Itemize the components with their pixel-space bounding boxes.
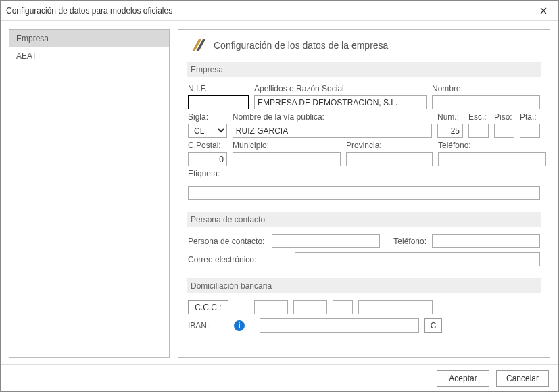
- label-provincia: Provincia:: [346, 141, 433, 150]
- accept-button[interactable]: Aceptar: [437, 370, 489, 387]
- app-logo-icon: [189, 36, 207, 54]
- label-sigla: Sigla:: [188, 112, 227, 122]
- telefono-contacto-input[interactable]: [432, 234, 540, 248]
- section-header-banco: Domiciliación bancaria: [187, 278, 541, 293]
- section-header-empresa: Empresa: [187, 62, 541, 77]
- label-pta: Pta.:: [520, 112, 540, 122]
- title-bar: Configuración de datos para modelos ofic…: [1, 1, 558, 21]
- window-title: Configuración de datos para modelos ofic…: [6, 6, 172, 16]
- ccc3-input[interactable]: [333, 300, 353, 314]
- persona-contacto-input[interactable]: [272, 234, 380, 248]
- label-etiqueta: Etiqueta:: [188, 169, 540, 178]
- cancel-button[interactable]: Cancelar: [496, 370, 549, 387]
- iban-input[interactable]: [260, 318, 419, 333]
- info-icon[interactable]: i: [234, 320, 245, 331]
- ccc2-input[interactable]: [293, 300, 327, 314]
- ccc-button[interactable]: C.C.C.:: [188, 300, 228, 314]
- ccc4-input[interactable]: [358, 300, 433, 314]
- sidebar-item-aeat[interactable]: AEAT: [9, 47, 169, 65]
- main-panel: Configuración de los datos de la empresa…: [178, 29, 550, 358]
- label-num: Núm.:: [437, 112, 463, 122]
- dialog-footer: Aceptar Cancelar: [1, 364, 558, 391]
- label-municipio: Municipio:: [233, 141, 341, 150]
- sidebar-item-empresa[interactable]: Empresa: [9, 30, 169, 47]
- sidebar: Empresa AEAT: [9, 29, 170, 358]
- nombre-input[interactable]: [432, 95, 540, 109]
- cpostal-input[interactable]: [188, 152, 227, 166]
- label-razon-social: Apellidos o Razón Social:: [254, 84, 427, 93]
- provincia-input[interactable]: [346, 152, 433, 166]
- label-iban: IBAN:: [188, 321, 228, 330]
- num-input[interactable]: [437, 124, 463, 138]
- label-nif: N.I.F.:: [188, 84, 249, 93]
- esc-input[interactable]: [468, 124, 489, 138]
- label-cpostal: C.Postal:: [188, 141, 227, 150]
- label-nombre: Nombre:: [432, 84, 540, 93]
- page-title: Configuración de los datos de la empresa: [214, 40, 388, 51]
- section-header-contacto: Persona de contacto: [187, 212, 541, 227]
- iban-calc-button[interactable]: C: [424, 318, 442, 333]
- label-via: Nombre de la vía pública:: [233, 112, 432, 122]
- close-button[interactable]: [529, 1, 558, 21]
- label-correo: Correo electrónico:: [188, 255, 289, 264]
- label-telefono-contacto: Teléfono:: [393, 237, 427, 246]
- pta-input[interactable]: [520, 124, 540, 138]
- correo-input[interactable]: [295, 252, 540, 266]
- telefono-empresa-input[interactable]: [438, 152, 546, 166]
- nif-input[interactable]: [188, 95, 249, 109]
- etiqueta-input[interactable]: [188, 186, 540, 200]
- close-icon: [540, 7, 547, 14]
- piso-input[interactable]: [494, 124, 514, 138]
- ccc1-input[interactable]: [254, 300, 288, 314]
- sigla-select[interactable]: CL: [188, 124, 227, 138]
- via-input[interactable]: [233, 124, 432, 138]
- label-persona-contacto: Persona de contacto:: [188, 237, 266, 246]
- label-telefono-empresa: Teléfono:: [438, 141, 546, 150]
- razon-social-input[interactable]: [254, 95, 427, 109]
- label-esc: Esc.:: [468, 112, 489, 122]
- label-piso: Piso:: [494, 112, 514, 122]
- municipio-input[interactable]: [233, 152, 341, 166]
